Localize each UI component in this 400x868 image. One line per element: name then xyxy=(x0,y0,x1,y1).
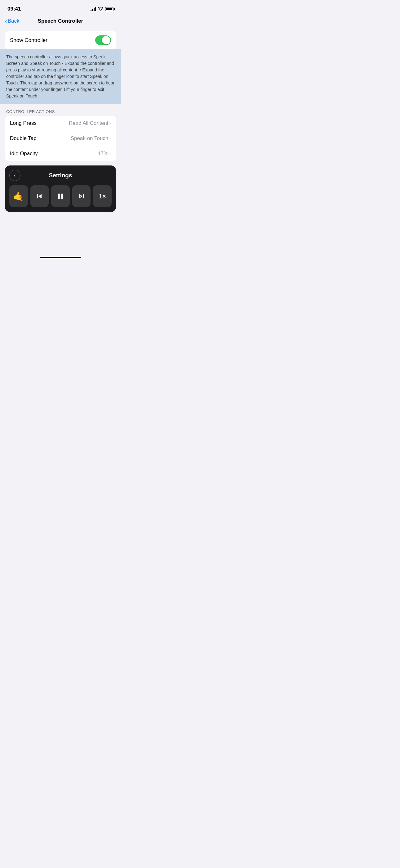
pause-icon xyxy=(56,192,65,200)
controller-widget: ‹ Settings 🤙 xyxy=(5,165,116,212)
pause-button[interactable] xyxy=(51,185,70,207)
status-icons xyxy=(91,7,113,11)
show-controller-toggle[interactable] xyxy=(95,35,111,45)
speed-label: 1× xyxy=(99,193,106,200)
long-press-chevron-icon: › xyxy=(109,121,111,126)
home-bar xyxy=(40,257,81,258)
description-box: The speech controller allows quick acces… xyxy=(0,49,121,104)
double-tap-value-wrap: Speak on Touch › xyxy=(71,135,111,142)
double-tap-row[interactable]: Double Tap Speak on Touch › xyxy=(5,131,116,146)
toggle-knob xyxy=(102,36,110,44)
widget-back-button[interactable]: ‹ xyxy=(9,170,21,181)
wifi-icon xyxy=(98,7,103,11)
show-controller-label: Show Controller xyxy=(10,37,47,43)
idle-opacity-chevron-icon: › xyxy=(109,151,111,156)
speed-button[interactable]: 1× xyxy=(93,185,112,207)
widget-back-icon: ‹ xyxy=(14,172,16,179)
long-press-value: Read All Content xyxy=(69,120,108,126)
idle-opacity-value: 17% xyxy=(98,151,108,157)
idle-opacity-row[interactable]: Idle Opacity 17% › xyxy=(5,146,116,161)
touch-icon: 🤙 xyxy=(13,191,24,202)
signal-icon xyxy=(91,7,96,11)
back-chevron-icon: ‹ xyxy=(5,18,7,24)
long-press-value-wrap: Read All Content › xyxy=(69,120,111,126)
idle-opacity-label: Idle Opacity xyxy=(10,151,38,157)
home-indicator xyxy=(0,251,121,262)
double-tap-chevron-icon: › xyxy=(109,136,111,141)
show-controller-row: Show Controller xyxy=(10,31,111,49)
back-button[interactable]: ‹ Back xyxy=(5,18,19,24)
status-time: 09:41 xyxy=(7,6,21,12)
main-content: Show Controller The speech controller al… xyxy=(0,28,121,216)
prev-button[interactable] xyxy=(30,185,49,207)
prev-icon xyxy=(35,192,44,200)
widget-buttons: 🤙 1× xyxy=(9,185,112,207)
widget-header: ‹ Settings xyxy=(9,170,112,181)
long-press-row[interactable]: Long Press Read All Content › xyxy=(5,116,116,131)
double-tap-value: Speak on Touch xyxy=(71,135,108,142)
status-bar: 09:41 xyxy=(0,0,121,16)
long-press-label: Long Press xyxy=(10,120,37,126)
next-icon xyxy=(77,192,86,200)
widget-title: Settings xyxy=(21,172,100,179)
show-controller-card: Show Controller xyxy=(5,31,116,49)
battery-icon xyxy=(105,7,113,11)
actions-card: Long Press Read All Content › Double Tap… xyxy=(5,116,116,161)
touch-button[interactable]: 🤙 xyxy=(9,185,28,207)
back-label: Back xyxy=(8,18,20,24)
idle-opacity-value-wrap: 17% › xyxy=(98,151,111,157)
double-tap-label: Double Tap xyxy=(10,135,37,142)
description-text: The speech controller allows quick acces… xyxy=(6,54,115,99)
nav-bar: ‹ Back Speech Controller xyxy=(0,16,121,28)
page-title: Speech Controller xyxy=(38,18,83,24)
controller-actions-section-label: CONTROLLER ACTIONS xyxy=(0,104,121,116)
next-button[interactable] xyxy=(72,185,91,207)
